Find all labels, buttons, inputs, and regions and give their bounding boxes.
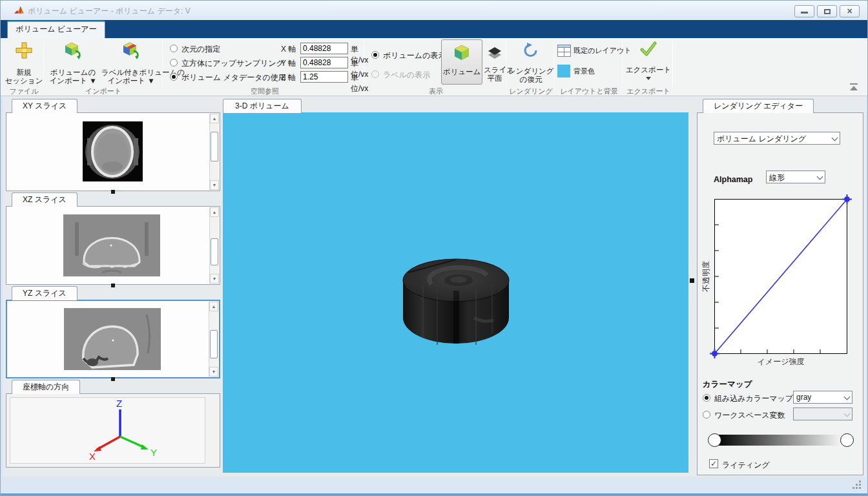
yz-slice-slider-handle[interactable] bbox=[111, 377, 115, 381]
radio-builtin-colormap-label[interactable]: 組み込みカラーマップ bbox=[714, 393, 793, 404]
alphamap-label: Alphamap bbox=[714, 175, 752, 184]
import-labeled-volume-button[interactable]: ラベル付きボリュームの インポート ▼ bbox=[101, 38, 161, 86]
y-axis-label: Y 軸 bbox=[281, 58, 296, 69]
group-label-import: インポート bbox=[46, 87, 161, 96]
group-layout: 既定のレイアウト 背景色 レイアウトと背景 bbox=[556, 38, 622, 96]
xz-slice-thumbnail[interactable] bbox=[63, 214, 160, 276]
matlab-logo-icon bbox=[14, 5, 25, 16]
radio-builtin-colormap[interactable] bbox=[703, 394, 710, 402]
export-dropdown-arrow bbox=[646, 77, 651, 80]
tab-xz-slice[interactable]: XZ スライス bbox=[12, 192, 78, 207]
rendering-editor-content: ボリューム レンダリング Alphamap 線形 不透明度 bbox=[697, 112, 863, 475]
window-bottom-edge bbox=[1, 493, 867, 495]
radio-use-metadata[interactable] bbox=[170, 73, 178, 81]
ribbon-toolbar: 新規 セッション ファイル ボリュームの インポート ▼ bbox=[1, 38, 867, 96]
radio-show-volume[interactable] bbox=[371, 51, 379, 59]
builtin-colormap-select[interactable]: gray bbox=[793, 391, 852, 404]
ribbon-tabstrip: ? bbox=[1, 20, 867, 38]
yz-scroll-thumb[interactable] bbox=[210, 330, 218, 358]
rendering-mode-select[interactable]: ボリューム レンダリング bbox=[714, 132, 840, 145]
chevron-down-icon bbox=[844, 411, 851, 417]
tab-xy-slice[interactable]: XY スライス bbox=[12, 99, 78, 113]
lighting-checkbox[interactable]: ✓ bbox=[709, 459, 718, 468]
xz-slice-content: ▲ ▼ bbox=[6, 206, 220, 285]
colormap-gradient-bar[interactable] bbox=[715, 435, 847, 446]
resize-grip[interactable] bbox=[859, 487, 861, 489]
radio-show-volume-label[interactable]: ボリュームの表示 bbox=[383, 50, 446, 61]
xy-scroll-thumb[interactable] bbox=[211, 132, 218, 161]
y-axis-input[interactable] bbox=[300, 57, 348, 68]
xy-slice-thumbnail[interactable] bbox=[83, 121, 143, 181]
yz-slice-content: ▲ ▼ bbox=[6, 300, 220, 378]
radio-use-metadata-label[interactable]: ボリューム メタデータの使用 bbox=[181, 72, 286, 83]
chevron-down-icon bbox=[817, 174, 823, 180]
group-rendering: レンダリング の復元 レンダリング bbox=[508, 38, 553, 96]
xy-slice-content: ▲ ▼ bbox=[6, 112, 220, 191]
radio-specify-dimensions-label[interactable]: 次元の指定 bbox=[181, 44, 220, 55]
radio-upsample-cube[interactable] bbox=[170, 59, 178, 67]
axis-y-glyph: Y bbox=[150, 447, 157, 458]
volume-toggle-button[interactable]: ボリューム bbox=[441, 39, 482, 85]
volume-viewport[interactable] bbox=[223, 112, 688, 473]
group-import: ボリュームの インポート ▼ ラベル付きボリュームの インポート ▼ インポート bbox=[46, 38, 161, 96]
new-session-button[interactable]: 新規 セッション bbox=[5, 38, 43, 86]
alphamap-chart[interactable]: 不透明度 bbox=[698, 199, 864, 368]
tab-axis-orientation[interactable]: 座標軸の方向 bbox=[12, 380, 80, 394]
new-session-plus-icon bbox=[16, 42, 32, 59]
gradient-handle-high[interactable] bbox=[840, 433, 854, 447]
scroll-down-icon[interactable]: ▼ bbox=[209, 367, 218, 377]
export-button[interactable]: エクスポート bbox=[625, 38, 672, 86]
panel-divider-handle[interactable] bbox=[690, 278, 694, 283]
minimize-icon bbox=[801, 12, 808, 14]
tab-yz-slice[interactable]: YZ スライス bbox=[12, 286, 78, 300]
yz-slice-scrollbar[interactable]: ▲ ▼ bbox=[209, 302, 218, 377]
alphamap-ylabel: 不透明度 bbox=[701, 231, 710, 322]
maximize-icon bbox=[824, 9, 831, 14]
collapse-ribbon-button[interactable] bbox=[848, 83, 860, 92]
chevron-down-icon bbox=[832, 135, 838, 141]
tab-3d-volume[interactable]: 3-D ボリューム bbox=[223, 99, 302, 113]
default-layout-button[interactable]: 既定のレイアウト bbox=[556, 43, 622, 60]
background-color-button[interactable]: 背景色 bbox=[556, 64, 622, 81]
gradient-handle-low[interactable] bbox=[708, 433, 721, 447]
radio-specify-dimensions[interactable] bbox=[170, 45, 178, 52]
x-axis-input[interactable] bbox=[300, 43, 348, 54]
radio-workspace-variable-label[interactable]: ワークスペース変数 bbox=[714, 410, 785, 421]
alphamap-type-select[interactable]: 線形 bbox=[766, 170, 825, 183]
axis-z-glyph: Z bbox=[116, 398, 122, 409]
z-axis-input[interactable] bbox=[300, 71, 348, 83]
rendered-volume[interactable] bbox=[398, 240, 514, 349]
colormap-heading: カラーマップ bbox=[703, 379, 752, 390]
radio-upsample-cube-label[interactable]: 立方体にアップサンプリング bbox=[181, 58, 284, 69]
scroll-up-icon[interactable]: ▲ bbox=[209, 302, 218, 311]
alphamap-plot[interactable] bbox=[714, 199, 847, 354]
radio-show-labels[interactable] bbox=[371, 70, 379, 78]
xz-slice-scrollbar[interactable]: ▲ ▼ bbox=[209, 207, 219, 284]
tab-volume-viewer[interactable]: ボリューム ビューアー bbox=[7, 21, 105, 38]
minimize-button[interactable] bbox=[794, 5, 814, 17]
group-file: 新規 セッション ファイル bbox=[5, 38, 43, 96]
slice-planes-button[interactable]: スライス 平面 bbox=[484, 39, 506, 85]
panel-xz-slice: XZ スライス ▲ ▼ bbox=[6, 192, 220, 285]
yz-slice-thumbnail[interactable] bbox=[64, 308, 161, 370]
close-button[interactable]: × bbox=[840, 5, 860, 17]
collapse-ribbon-icon bbox=[850, 86, 858, 90]
close-icon: × bbox=[840, 6, 859, 17]
scroll-up-icon[interactable]: ▲ bbox=[210, 207, 219, 217]
alphamap-xlabel: イメージ強度 bbox=[714, 356, 847, 367]
xy-slice-slider-handle[interactable] bbox=[111, 190, 115, 194]
radio-workspace-variable[interactable] bbox=[703, 411, 710, 418]
xz-scroll-thumb[interactable] bbox=[211, 238, 218, 265]
xy-slice-scrollbar[interactable]: ▲ ▼ bbox=[209, 114, 219, 190]
xz-slice-slider-handle[interactable] bbox=[111, 284, 115, 287]
scroll-down-icon[interactable]: ▼ bbox=[210, 180, 219, 190]
scroll-up-icon[interactable]: ▲ bbox=[210, 114, 219, 123]
volume-viewer-window: ボリューム ビューアー - ボリューム データ: V × bbox=[0, 0, 868, 496]
lighting-checkbox-label[interactable]: ライティング bbox=[722, 460, 770, 471]
restore-rendering-button[interactable]: レンダリング の復元 bbox=[508, 38, 553, 86]
scroll-down-icon[interactable]: ▼ bbox=[210, 274, 219, 284]
import-volume-button[interactable]: ボリュームの インポート ▼ bbox=[46, 38, 100, 86]
group-export: エクスポート エクスポート bbox=[625, 38, 672, 96]
tab-rendering-editor[interactable]: レンダリング エディター bbox=[703, 99, 814, 113]
maximize-button[interactable] bbox=[817, 5, 837, 17]
